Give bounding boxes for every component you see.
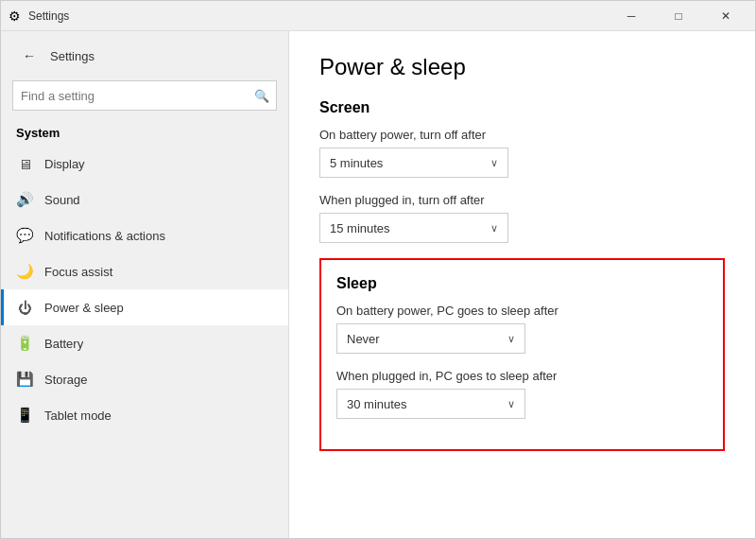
titlebar-title: Settings	[28, 9, 69, 23]
sleep-plugged-arrow: ∨	[507, 398, 515, 410]
screen-battery-label: On battery power, turn off after	[319, 128, 725, 142]
sleep-section: Sleep On battery power, PC goes to sleep…	[319, 258, 725, 451]
sidebar-item-label-sound: Sound	[44, 193, 80, 207]
maximize-button[interactable]: □	[657, 1, 700, 31]
screen-section: Screen On battery power, turn off after …	[319, 99, 725, 243]
content: ← Settings 🔍 System 🖥 Display 🔊 Sound 💬 …	[1, 31, 755, 538]
screen-battery-dropdown[interactable]: 5 minutes ∨	[319, 148, 508, 178]
sidebar-item-label-battery: Battery	[44, 337, 83, 351]
search-input[interactable]	[12, 80, 277, 111]
sidebar-item-label-display: Display	[44, 157, 85, 171]
sidebar-item-power[interactable]: ⏻ Power & sleep	[1, 289, 288, 325]
window: ⚙ Settings ─ □ ✕ ← Settings 🔍 System 🖥 D…	[0, 0, 756, 539]
screen-plugged-label: When plugged in, turn off after	[319, 193, 725, 207]
sidebar-item-focus[interactable]: 🌙 Focus assist	[1, 253, 288, 289]
focus-icon: 🌙	[16, 263, 33, 280]
sidebar-item-label-focus: Focus assist	[44, 265, 112, 279]
sidebar-item-label-notifications: Notifications & actions	[44, 229, 165, 243]
sleep-section-title: Sleep	[336, 275, 708, 292]
screen-battery-arrow: ∨	[490, 157, 498, 169]
sidebar-item-tablet[interactable]: 📱 Tablet mode	[1, 397, 288, 433]
search-icon: 🔍	[254, 89, 269, 103]
storage-icon: 💾	[16, 371, 33, 388]
sidebar-item-battery[interactable]: 🔋 Battery	[1, 325, 288, 361]
sidebar-item-label-tablet: Tablet mode	[44, 409, 112, 423]
power-icon: ⏻	[16, 299, 33, 316]
search-box: 🔍	[12, 80, 277, 111]
sidebar-item-label-storage: Storage	[44, 373, 88, 387]
notifications-icon: 💬	[16, 227, 33, 244]
sidebar: ← Settings 🔍 System 🖥 Display 🔊 Sound 💬 …	[1, 31, 289, 538]
main-content: Power & sleep Screen On battery power, t…	[289, 31, 755, 538]
battery-icon: 🔋	[16, 335, 33, 352]
close-button[interactable]: ✕	[704, 1, 747, 31]
sleep-battery-label: On battery power, PC goes to sleep after	[336, 304, 708, 318]
sleep-plugged-dropdown[interactable]: 30 minutes ∨	[336, 389, 525, 419]
sidebar-item-sound[interactable]: 🔊 Sound	[1, 182, 288, 217]
sound-icon: 🔊	[16, 191, 33, 208]
minimize-button[interactable]: ─	[610, 1, 653, 31]
titlebar-left: ⚙ Settings	[9, 9, 69, 24]
back-button[interactable]: ←	[16, 43, 43, 69]
sleep-battery-dropdown[interactable]: Never ∨	[336, 323, 525, 354]
sleep-battery-arrow: ∨	[507, 333, 515, 345]
tablet-icon: 📱	[16, 407, 33, 424]
sleep-plugged-label: When plugged in, PC goes to sleep after	[336, 369, 708, 383]
screen-plugged-dropdown[interactable]: 15 minutes ∨	[319, 213, 508, 243]
sidebar-item-label-power: Power & sleep	[44, 301, 124, 315]
screen-plugged-arrow: ∨	[490, 222, 498, 235]
titlebar-controls: ─ □ ✕	[610, 1, 747, 31]
titlebar: ⚙ Settings ─ □ ✕	[1, 1, 755, 31]
display-icon: 🖥	[16, 155, 33, 172]
sidebar-section-title: System	[1, 118, 288, 146]
screen-section-title: Screen	[319, 99, 725, 116]
sidebar-item-display[interactable]: 🖥 Display	[1, 146, 288, 182]
settings-icon: ⚙	[9, 9, 21, 24]
page-title: Power & sleep	[319, 54, 725, 80]
screen-battery-value: 5 minutes	[330, 156, 383, 170]
sleep-plugged-value: 30 minutes	[347, 397, 407, 411]
sidebar-header: ← Settings	[1, 31, 288, 77]
sidebar-app-title: Settings	[50, 49, 94, 63]
sleep-battery-value: Never	[347, 332, 380, 346]
screen-plugged-value: 15 minutes	[330, 221, 390, 235]
sidebar-item-notifications[interactable]: 💬 Notifications & actions	[1, 217, 288, 253]
sidebar-item-storage[interactable]: 💾 Storage	[1, 361, 288, 397]
